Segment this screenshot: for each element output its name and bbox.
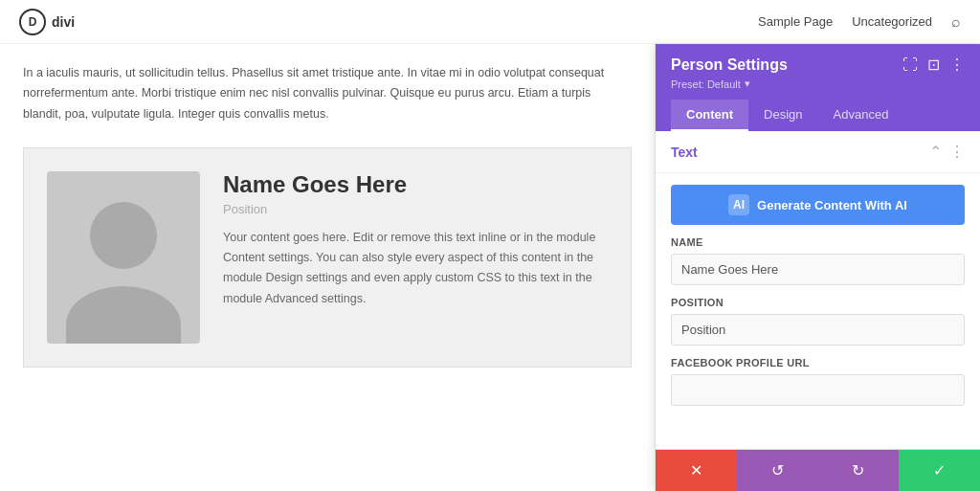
person-info: Name Goes Here Position Your content goe… <box>223 171 608 344</box>
person-description: Your content goes here. Edit or remove t… <box>223 228 608 309</box>
redo-icon: ↻ <box>852 461 864 480</box>
section-title: Text <box>671 145 698 160</box>
preset-arrow: ▾ <box>745 78 750 90</box>
position-label: Position <box>671 297 965 308</box>
avatar-head <box>90 202 157 269</box>
page-content: In a iaculis mauris, ut sollicitudin tel… <box>0 44 655 491</box>
panel-body: Text ⌃ ⋮ AI Generate Content With AI Nam… <box>656 131 980 449</box>
person-card: Name Goes Here Position Your content goe… <box>23 147 632 368</box>
preset-label[interactable]: Preset: Default <box>671 78 741 90</box>
body-text: In a iaculis mauris, ut sollicitudin tel… <box>23 63 632 124</box>
ai-icon: AI <box>728 194 749 215</box>
nav-link-uncategorized[interactable]: Uncategorized <box>852 14 932 29</box>
panel-footer: ✕ ↺ ↻ ✓ <box>656 449 980 491</box>
panel-title: Person Settings <box>671 56 788 74</box>
logo-circle: D <box>19 9 46 35</box>
tab-design[interactable]: Design <box>748 100 817 131</box>
facebook-field-group: Facebook Profile Url <box>656 357 980 417</box>
panel-header-icons: ⛶ ⊡ ⋮ <box>902 56 965 74</box>
text-section-header: Text ⌃ ⋮ <box>656 131 980 173</box>
facebook-label: Facebook Profile Url <box>671 357 965 368</box>
panel-header: Person Settings ⛶ ⊡ ⋮ Preset: Default ▾ … <box>656 44 980 131</box>
cancel-button[interactable]: ✕ <box>656 450 737 491</box>
save-button[interactable]: ✓ <box>899 450 980 491</box>
cancel-icon: ✕ <box>690 461 702 480</box>
name-label: Name <box>671 236 965 248</box>
nav-links: Sample Page Uncategorized ⌕ <box>758 13 961 31</box>
split-view-icon[interactable]: ⊡ <box>927 56 940 74</box>
person-position-label: Position <box>223 202 608 216</box>
generate-ai-button[interactable]: AI Generate Content With AI <box>671 185 965 225</box>
avatar <box>47 171 200 344</box>
panel-header-top: Person Settings ⛶ ⊡ ⋮ <box>671 56 965 74</box>
ai-button-label: Generate Content With AI <box>757 198 907 212</box>
fullscreen-icon[interactable]: ⛶ <box>902 56 918 74</box>
search-icon[interactable]: ⌕ <box>951 13 961 31</box>
name-field-group: Name <box>656 236 980 297</box>
name-input[interactable] <box>671 254 965 285</box>
person-name: Name Goes Here <box>223 171 608 198</box>
facebook-input[interactable] <box>671 374 965 406</box>
avatar-body <box>66 286 181 344</box>
position-field-group: Position <box>656 297 980 357</box>
save-icon: ✓ <box>933 461 946 480</box>
section-controls: ⌃ ⋮ <box>929 143 965 161</box>
logo[interactable]: D divi <box>19 9 75 35</box>
more-options-icon[interactable]: ⋮ <box>949 56 965 74</box>
position-input[interactable] <box>671 314 965 346</box>
nav-link-sample-page[interactable]: Sample Page <box>758 14 833 29</box>
settings-panel: Person Settings ⛶ ⊡ ⋮ Preset: Default ▾ … <box>655 44 980 491</box>
section-more-icon[interactable]: ⋮ <box>949 143 965 161</box>
tab-advanced[interactable]: Advanced <box>818 100 904 131</box>
top-navigation: D divi Sample Page Uncategorized ⌕ <box>0 0 980 44</box>
undo-icon: ↺ <box>771 461 784 480</box>
logo-text: divi <box>52 14 75 30</box>
redo-button[interactable]: ↻ <box>818 450 900 491</box>
collapse-icon[interactable]: ⌃ <box>929 143 942 161</box>
main-area: In a iaculis mauris, ut sollicitudin tel… <box>0 44 980 491</box>
undo-button[interactable]: ↺ <box>737 450 818 491</box>
tab-content[interactable]: Content <box>671 100 748 131</box>
panel-preset: Preset: Default ▾ <box>671 78 965 90</box>
panel-tabs: Content Design Advanced <box>671 100 965 131</box>
